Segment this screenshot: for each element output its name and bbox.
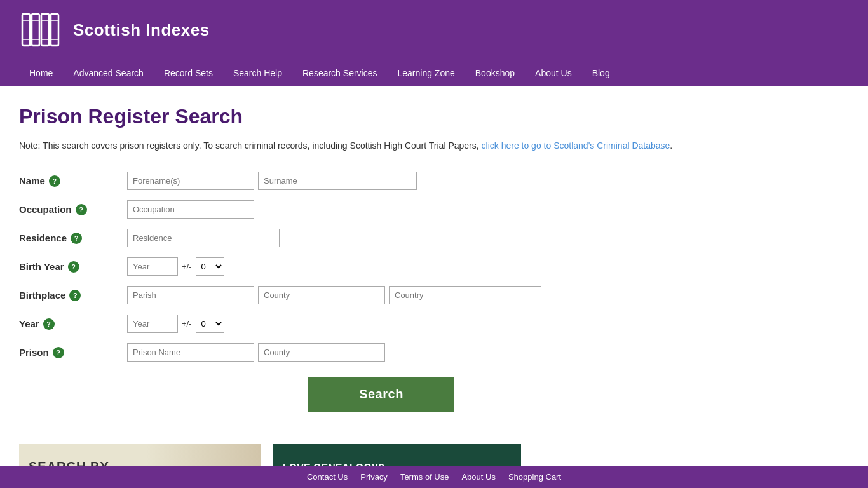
nav-about-us[interactable]: About Us <box>525 60 582 86</box>
svg-rect-3 <box>51 14 58 46</box>
svg-rect-2 <box>41 14 49 46</box>
prison-county-input[interactable] <box>258 343 385 362</box>
birth-year-plus-minus: +/- <box>182 262 192 271</box>
birthplace-parish-input[interactable] <box>127 286 254 304</box>
residence-label: Residence ? <box>19 233 121 244</box>
footer-shopping-cart[interactable]: Shopping Cart <box>508 472 561 482</box>
year-tolerance-select[interactable]: 0 1 2 5 10 <box>196 315 224 333</box>
occupation-row: Occupation ? <box>19 200 743 219</box>
footer-terms[interactable]: Terms of Use <box>400 472 449 482</box>
occupation-inputs <box>127 200 743 219</box>
birthplace-row: Birthplace ? <box>19 286 743 304</box>
year-label: Year ? <box>19 318 121 330</box>
occupation-input[interactable] <box>127 200 254 219</box>
birth-year-row: Birth Year ? +/- 0 1 2 5 10 <box>19 257 743 276</box>
prison-name-input[interactable] <box>127 343 254 362</box>
year-plus-minus: +/- <box>182 319 192 329</box>
criminal-database-link[interactable]: click here to go to Scotland's Criminal … <box>482 140 670 151</box>
svg-rect-0 <box>22 14 30 46</box>
nav-learning-zone[interactable]: Learning Zone <box>387 60 465 86</box>
main-nav: Home Advanced Search Record Sets Search … <box>0 60 868 86</box>
note-text: Note: This search covers prison register… <box>19 139 743 152</box>
forename-input[interactable] <box>127 172 254 190</box>
nav-advanced-search[interactable]: Advanced Search <box>63 60 154 86</box>
residence-row: Residence ? <box>19 229 743 247</box>
occupation-label: Occupation ? <box>19 204 121 215</box>
prison-label: Prison ? <box>19 347 121 358</box>
header-top: Scottish Indexes <box>0 0 868 60</box>
birthplace-help-icon[interactable]: ? <box>69 290 81 301</box>
nav-blog[interactable]: Blog <box>582 60 620 86</box>
nav-record-sets[interactable]: Record Sets <box>154 60 223 86</box>
birth-year-label: Birth Year ? <box>19 261 121 273</box>
site-title: Scottish Indexes <box>73 20 210 40</box>
year-help-icon[interactable]: ? <box>43 318 55 330</box>
svg-rect-1 <box>32 14 39 46</box>
logo-icon <box>19 8 64 52</box>
nav-search-help[interactable]: Search Help <box>223 60 292 86</box>
birth-year-input[interactable] <box>127 257 178 276</box>
prison-row: Prison ? <box>19 343 743 362</box>
name-help-icon[interactable]: ? <box>49 175 60 187</box>
residence-inputs <box>127 229 743 247</box>
footer-contact-us[interactable]: Contact Us <box>307 472 348 482</box>
footer-privacy[interactable]: Privacy <box>360 472 388 482</box>
surname-input[interactable] <box>258 172 417 190</box>
name-row: Name ? <box>19 172 743 190</box>
birthplace-country-input[interactable] <box>389 286 541 304</box>
nav-bookshop[interactable]: Bookshop <box>465 60 525 86</box>
site-footer: Contact Us Privacy Terms of Use About Us… <box>0 466 868 488</box>
occupation-help-icon[interactable]: ? <box>76 204 87 215</box>
birthplace-inputs <box>127 286 743 304</box>
birth-year-tolerance-select[interactable]: 0 1 2 5 10 <box>196 257 224 276</box>
nav-research-services[interactable]: Research Services <box>292 60 388 86</box>
logo-area: Scottish Indexes <box>19 8 210 52</box>
note-prefix: Note: This search covers prison register… <box>19 140 482 151</box>
year-inputs: +/- 0 1 2 5 10 <box>127 315 743 333</box>
residence-help-icon[interactable]: ? <box>71 233 82 244</box>
footer-about-us[interactable]: About Us <box>461 472 495 482</box>
name-inputs <box>127 172 743 190</box>
search-form: Name ? Occupation ? Residence ? <box>19 172 743 362</box>
birthplace-county-input[interactable] <box>258 286 385 304</box>
site-header: Scottish Indexes Home Advanced Search Re… <box>0 0 868 86</box>
birth-year-inputs: +/- 0 1 2 5 10 <box>127 257 743 276</box>
year-input[interactable] <box>127 315 178 333</box>
birthplace-label: Birthplace ? <box>19 290 121 301</box>
main-content: Prison Register Search Note: This search… <box>0 86 763 444</box>
nav-home[interactable]: Home <box>19 60 63 86</box>
search-button[interactable]: Search <box>308 377 454 412</box>
name-label: Name ? <box>19 175 121 187</box>
page-title: Prison Register Search <box>19 105 743 128</box>
search-button-row: Search <box>19 377 743 412</box>
prison-help-icon[interactable]: ? <box>53 347 64 358</box>
year-row: Year ? +/- 0 1 2 5 10 <box>19 315 743 333</box>
prison-inputs <box>127 343 743 362</box>
note-suffix: . <box>670 140 672 151</box>
birth-year-help-icon[interactable]: ? <box>68 261 79 273</box>
residence-input[interactable] <box>127 229 280 247</box>
